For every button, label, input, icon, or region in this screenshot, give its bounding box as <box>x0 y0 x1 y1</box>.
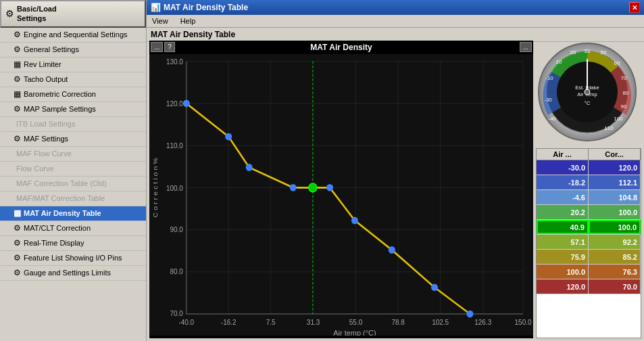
realtime-icon: ⚙ <box>14 238 21 248</box>
maf-icon: ⚙ <box>14 134 21 143</box>
sidebar-item-maf-flow: MAF Flow Curve <box>0 147 146 162</box>
main-window: 📊 MAT Air Density Table ✕ View Help MAT … <box>147 0 644 341</box>
sidebar-item-realtime[interactable]: ⚙ Real-Time Display <box>0 236 146 251</box>
svg-text:55.0: 55.0 <box>349 319 363 326</box>
gauge-svg: -40 -30 -10 10 20 31 50 60 70 80 90 100 … <box>536 41 639 145</box>
sidebar-item-mat-air-density[interactable]: ▦ MAT Air Density Table <box>0 206 146 221</box>
svg-point-37 <box>183 100 190 108</box>
settings-icon: ⚙ <box>5 8 14 19</box>
menu-view[interactable]: View <box>149 16 171 26</box>
cell-cor: 112.1 <box>589 175 641 189</box>
svg-point-39 <box>246 164 253 171</box>
svg-text:7.5: 7.5 <box>266 319 276 326</box>
sidebar-item-mat-clt[interactable]: ⚙ MAT/CLT Correction <box>0 221 146 236</box>
rev-icon: ▦ <box>14 60 21 69</box>
cell-cor: 100.0 <box>589 220 641 234</box>
gauge-icon: ⚙ <box>14 268 21 277</box>
tacho-icon: ⚙ <box>14 74 21 84</box>
svg-text:°C: °C <box>585 100 591 106</box>
feature-icon: ⚙ <box>14 253 21 263</box>
svg-text:-30: -30 <box>544 97 552 103</box>
svg-text:110: 110 <box>604 125 614 131</box>
cell-cor: 76.3 <box>589 265 641 279</box>
chart-area: ... ? MAT Air Density ... <box>149 41 533 338</box>
table-row[interactable]: 20.2 100.0 <box>537 205 641 220</box>
chart-title: MAT Air Density <box>149 41 533 54</box>
cell-air: -18.2 <box>537 175 589 189</box>
data-table: Air ... Cor... -30.0 120.0 -18.2 112.1 -… <box>536 148 641 338</box>
svg-point-43 <box>389 246 395 254</box>
svg-text:150.0: 150.0 <box>515 319 532 326</box>
sidebar-header[interactable]: ⚙ Basic/LoadSettings <box>0 0 146 28</box>
svg-text:-40: -40 <box>548 116 556 122</box>
svg-text:80: 80 <box>623 90 629 96</box>
window-close-button[interactable]: ✕ <box>629 2 640 13</box>
sidebar-item-rev-limiter[interactable]: ▦ Rev Limiter <box>0 58 146 72</box>
sidebar-item-barometric-correction[interactable]: ▦ Barometric Correction <box>0 87 146 102</box>
sidebar-item-maf-settings[interactable]: ⚙ MAF Settings <box>0 132 146 147</box>
table-row[interactable]: 120.0 70.0 <box>537 279 641 294</box>
table-row[interactable]: -18.2 112.1 <box>537 175 641 190</box>
table-row[interactable]: 57.1 92.2 <box>537 235 641 250</box>
cell-cor: 104.8 <box>589 190 641 204</box>
table-row[interactable]: -4.6 104.8 <box>537 190 641 205</box>
svg-text:-16.2: -16.2 <box>221 319 237 326</box>
engine-icon: ⚙ <box>14 30 21 39</box>
sidebar-item-feature-list[interactable]: ⚙ Feature List Showing I/O Pins <box>0 251 146 266</box>
sidebar-item-gauge-settings[interactable]: ⚙ Gauge and Settings Limits <box>0 266 146 281</box>
sidebar-item-tacho-output[interactable]: ⚙ Tacho Output <box>0 72 146 87</box>
cell-air: -30.0 <box>537 160 589 175</box>
svg-text:10: 10 <box>556 59 562 65</box>
table-row[interactable]: 100.0 76.3 <box>537 265 641 279</box>
svg-point-38 <box>225 133 232 141</box>
table-row[interactable]: -30.0 120.0 <box>537 160 641 175</box>
svg-text:90: 90 <box>621 104 627 110</box>
cell-air: 57.1 <box>537 235 589 249</box>
svg-text:126.3: 126.3 <box>474 319 491 326</box>
svg-text:100.0: 100.0 <box>166 184 183 191</box>
svg-text:-40.0: -40.0 <box>178 319 194 326</box>
chart-dots-button[interactable]: ... <box>151 42 163 52</box>
chart-more-button[interactable]: ... <box>520 42 532 52</box>
table-row[interactable]: 40.9 100.0 <box>537 220 641 235</box>
svg-text:78.8: 78.8 <box>392 319 405 326</box>
chart-help-button[interactable]: ? <box>164 42 175 52</box>
cell-cor: 120.0 <box>589 160 641 175</box>
svg-point-40 <box>290 184 297 191</box>
sidebar-item-mafmat: MAF/MAT Correction Table <box>0 191 146 206</box>
cell-cor: 100.0 <box>589 205 641 219</box>
svg-text:C o r r e c t i o n %: C o r r e c t i o n % <box>151 158 159 217</box>
cell-air: -4.6 <box>537 190 589 204</box>
svg-point-41 <box>326 184 333 191</box>
window-titlebar: 📊 MAT Air Density Table ✕ <box>147 0 644 15</box>
sidebar-item-general-settings[interactable]: ⚙ General Settings <box>0 43 146 58</box>
svg-text:130.0: 130.0 <box>166 58 183 66</box>
svg-text:Air temp (°C): Air temp (°C) <box>333 329 376 336</box>
cell-cor: 85.2 <box>589 250 641 264</box>
menu-help[interactable]: Help <box>178 16 199 26</box>
mat-icon: ▦ <box>14 208 21 218</box>
matclt-icon: ⚙ <box>14 223 21 233</box>
cell-air: 75.9 <box>537 250 589 264</box>
svg-point-45 <box>466 311 473 318</box>
svg-text:100: 100 <box>614 116 623 122</box>
sidebar-header-label: Basic/LoadSettings <box>17 4 57 24</box>
svg-text:90.0: 90.0 <box>170 226 183 233</box>
table-header: Air ... Cor... <box>537 149 641 160</box>
table-body: -30.0 120.0 -18.2 112.1 -4.6 104.8 20.2 … <box>537 160 641 294</box>
sidebar-item-map-sample[interactable]: ⚙ MAP Sample Settings <box>0 102 146 117</box>
cell-air: 120.0 <box>537 279 589 294</box>
table-row[interactable]: 75.9 85.2 <box>537 250 641 265</box>
window-title: MAT Air Density Table <box>164 3 248 12</box>
menu-bar: View Help <box>147 15 644 28</box>
svg-text:120.0: 120.0 <box>166 99 183 107</box>
gauge-container: -40 -30 -10 10 20 31 50 60 70 80 90 100 … <box>536 41 639 145</box>
baro-icon: ▦ <box>14 89 21 99</box>
sidebar-item-engine-sequential[interactable]: ⚙ Engine and Sequential Settings <box>0 28 146 43</box>
svg-point-42 <box>351 217 358 225</box>
svg-point-44 <box>431 283 438 291</box>
sidebar-item-itb-load: ITB Load Settings <box>0 117 146 132</box>
svg-text:70: 70 <box>621 75 627 81</box>
svg-text:31.3: 31.3 <box>307 319 320 326</box>
svg-text:60: 60 <box>614 60 620 66</box>
